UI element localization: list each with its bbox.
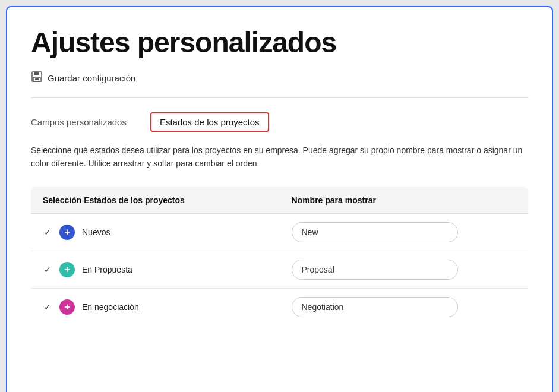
plus-icon-nuevos[interactable]: + [59, 225, 75, 240]
table-row: ✓ + En negociación [31, 289, 528, 325]
tabs-row: Campos personalizados Estados de los pro… [31, 112, 528, 132]
tab-estados-proyectos[interactable]: Estados de los proyectos [150, 112, 269, 132]
row-left-propuesta: ✓ + En Propuesta [43, 262, 280, 277]
row-left-nuevos: ✓ + Nuevos [43, 225, 280, 240]
display-name-input-propuesta[interactable] [292, 260, 458, 280]
description-text: Seleccione qué estados desea utilizar pa… [31, 144, 528, 170]
checkbox-nuevos[interactable]: ✓ [43, 227, 52, 237]
save-config-button[interactable]: Guardar configuración [31, 71, 528, 86]
table-row: ✓ + Nuevos [31, 214, 528, 251]
header-selection: Selección Estados de los proyectos [43, 195, 280, 205]
header-display-name: Nombre para mostrar [280, 195, 517, 205]
save-icon [31, 71, 43, 86]
svg-rect-1 [34, 72, 39, 75]
display-name-input-nuevos[interactable] [292, 222, 458, 242]
row-label-propuesta: En Propuesta [82, 265, 132, 274]
main-window: Ajustes personalizados Guardar configura… [6, 6, 553, 392]
row-right-propuesta [280, 260, 517, 280]
row-left-negociacion: ✓ + En negociación [43, 299, 280, 315]
svg-rect-3 [35, 78, 39, 80]
tab-campos-personalizados[interactable]: Campos personalizados [31, 117, 127, 127]
display-name-input-negociacion[interactable] [292, 297, 458, 317]
section-divider [31, 97, 528, 98]
save-label: Guardar configuración [48, 73, 135, 83]
row-right-negociacion [280, 297, 517, 317]
plus-icon-propuesta[interactable]: + [59, 262, 75, 277]
checkbox-propuesta[interactable]: ✓ [43, 265, 52, 274]
row-right-nuevos [280, 222, 517, 242]
row-label-negociacion: En negociación [82, 302, 139, 312]
states-table: Selección Estados de los proyectos Nombr… [31, 187, 528, 325]
table-row: ✓ + En Propuesta [31, 251, 528, 289]
plus-icon-negociacion[interactable]: + [59, 299, 75, 315]
checkbox-negociacion[interactable]: ✓ [43, 302, 52, 312]
row-label-nuevos: Nuevos [82, 227, 110, 237]
table-header: Selección Estados de los proyectos Nombr… [31, 187, 528, 213]
page-title: Ajustes personalizados [31, 26, 528, 59]
